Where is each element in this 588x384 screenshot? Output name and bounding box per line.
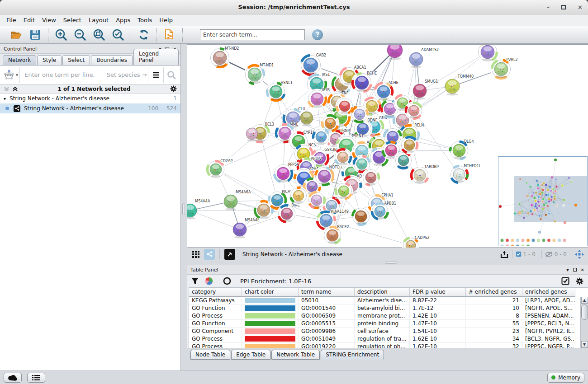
column-header-enriched-genes[interactable]: enriched genes [522, 288, 575, 297]
scroll-down-icon[interactable]: ▼ [581, 341, 588, 348]
table-panel-close-icon[interactable]: ✕ [581, 267, 584, 272]
graph-node[interactable] [334, 148, 352, 167]
cell-term-name[interactable]: GO:0019220 [299, 343, 355, 348]
table-panel-float-icon[interactable] [573, 268, 577, 272]
menu-tools[interactable]: Tools [134, 15, 156, 25]
table-panel-menu-icon[interactable]: ▾ [567, 267, 569, 272]
network-row[interactable]: String Network - Alzheimer's disease 100… [0, 103, 180, 113]
graph-edge[interactable] [190, 211, 240, 229]
cell-enriched-genes[interactable]: [NGFR, PVRL2, IL... [522, 328, 575, 335]
collection-caret-icon[interactable]: ▾ [4, 96, 6, 101]
set-species-label[interactable]: Set species → [107, 71, 147, 78]
graph-node[interactable] [351, 105, 369, 124]
cell-category[interactable]: GO Function [189, 304, 242, 312]
cell-description[interactable]: cell surface [355, 328, 410, 335]
graph-node-bace2[interactable]: BACE2 [323, 225, 349, 245]
zoom-in-icon[interactable] [55, 28, 67, 41]
cell-fdr-p-value[interactable]: 1.47E-10 [410, 320, 466, 328]
cell-description[interactable]: regulation of ph... [355, 343, 410, 348]
collapse-all-icon[interactable] [4, 86, 9, 92]
cell-description[interactable]: beta-amyloid bi... [355, 304, 410, 312]
cell-chart-color[interactable] [242, 320, 299, 328]
cell-description[interactable]: protein binding [355, 320, 410, 328]
cell-term-name[interactable]: 05010 [299, 297, 355, 304]
help-icon[interactable]: ? [312, 29, 323, 40]
network-options-gear-icon[interactable] [170, 85, 177, 92]
tab-select[interactable]: Select [62, 55, 90, 65]
graph-edge[interactable] [190, 210, 264, 211]
cell-enriched-count[interactable]: 10 [466, 304, 522, 312]
cell-chart-color[interactable] [242, 335, 299, 343]
tab-style[interactable]: Style [37, 55, 62, 65]
scroll-thumb[interactable] [581, 304, 588, 320]
cell-description[interactable]: membrane prot... [355, 312, 410, 320]
graph-node-dlg4[interactable]: DLG4 [449, 140, 474, 161]
cell-enriched-genes[interactable]: [PPP5C, NGFR, P... [522, 343, 575, 348]
filter-icon[interactable] [191, 278, 199, 285]
open-session-icon[interactable] [10, 28, 23, 41]
graph-node-adamts2[interactable]: ADAMTS2 [409, 48, 439, 68]
cell-term-name[interactable]: GO:0001540 [299, 304, 355, 312]
navigate-icon[interactable] [574, 249, 584, 259]
graph-node[interactable] [405, 102, 423, 120]
string-dropdown-caret[interactable]: ▾ [16, 73, 18, 77]
column-header-enriched-genes[interactable]: # enriched genes [466, 288, 522, 297]
cell-enriched-genes[interactable]: [PSENEN, ADAM... [522, 312, 575, 320]
cell-enriched-count[interactable]: 55 [466, 320, 522, 328]
table-settings-gear-icon[interactable] [576, 277, 583, 285]
cell-category[interactable]: GO Process [189, 312, 242, 320]
save-session-icon[interactable] [29, 28, 42, 41]
cell-enriched-count[interactable]: 32 [466, 343, 522, 348]
tab-node-table[interactable]: Node Table [190, 350, 230, 360]
memory-button[interactable]: Memory [547, 373, 584, 383]
string-style-icon[interactable] [204, 249, 215, 260]
column-header-description[interactable]: description [355, 288, 410, 297]
cell-category[interactable]: GO Component [189, 328, 242, 335]
tab-legend-panel[interactable]: Legend Panel [133, 49, 179, 65]
cell-description[interactable]: Alzheimer's dise... [355, 297, 410, 304]
menu-help[interactable]: Help [156, 15, 176, 25]
cell-term-name[interactable]: GO:0006509 [299, 312, 355, 320]
table-splitter[interactable] [187, 261, 588, 265]
graph-node[interactable] [387, 45, 403, 60]
menu-layout[interactable]: Layout [85, 15, 112, 25]
export-network-icon[interactable] [499, 249, 509, 259]
tab-edge-table[interactable]: Edge Table [231, 350, 270, 360]
string-logo-icon[interactable]: STRING ▾ [2, 67, 20, 83]
tab-boundaries[interactable]: Boundaries [91, 55, 133, 65]
graph-edge[interactable] [260, 133, 277, 200]
remove-charts-icon[interactable] [223, 277, 231, 285]
graph-node-ms4a4a[interactable]: MS4A4A [187, 199, 210, 219]
network-canvas[interactable]: MT-ND2MT-ND1VSNL1GAB2ADAMTS2PVRL2TOMM40S… [187, 44, 588, 247]
string-options-icon[interactable] [148, 67, 163, 83]
scroll-up-icon[interactable]: ▲ [581, 297, 588, 304]
graph-node-mt-nd1[interactable]: MT-ND1 [244, 63, 274, 85]
cell-enriched-genes[interactable]: [LRP1, APOE, AD... [522, 297, 575, 304]
graph-node[interactable] [477, 45, 498, 63]
cell-category[interactable]: GO Process [189, 343, 242, 348]
column-header-term-name[interactable]: term name [299, 288, 355, 297]
cell-fdr-p-value[interactable]: 1.54E-10 [410, 328, 466, 335]
task-history-button[interactable] [27, 373, 45, 383]
zoom-selected-icon[interactable] [112, 28, 124, 41]
column-header-category[interactable]: category [189, 288, 242, 297]
cell-category[interactable]: KEGG Pathways [189, 297, 242, 304]
cell-fdr-p-value[interactable]: 1.62E-10 [410, 343, 466, 348]
select-columns-icon[interactable] [561, 277, 569, 285]
graph-edge[interactable] [216, 169, 277, 200]
menu-apps[interactable]: Apps [112, 15, 134, 25]
cell-fdr-p-value[interactable]: 1.42E-10 [410, 312, 466, 320]
graph-node-bin1[interactable]: BIN1 [277, 203, 300, 224]
menu-file[interactable]: File [3, 15, 20, 25]
graph-node-apbb1[interactable]: APBB1 [371, 201, 396, 221]
graph-node[interactable] [335, 182, 353, 201]
close-button[interactable]: ✕ [578, 5, 583, 10]
zoom-out-icon[interactable] [74, 28, 86, 41]
minimize-button[interactable]: – [547, 5, 550, 10]
network-collection-row[interactable]: ▾ String Network - Alzheimer's disease 1 [0, 94, 180, 103]
tab-network-table[interactable]: Network Table [271, 350, 320, 360]
graph-node[interactable] [308, 191, 326, 210]
graph-node-ms4a6a[interactable]: MS4A6A [224, 190, 251, 210]
cell-enriched-count[interactable]: 23 [466, 328, 522, 335]
graph-node-cadps2[interactable]: CADPS2 [402, 236, 430, 248]
